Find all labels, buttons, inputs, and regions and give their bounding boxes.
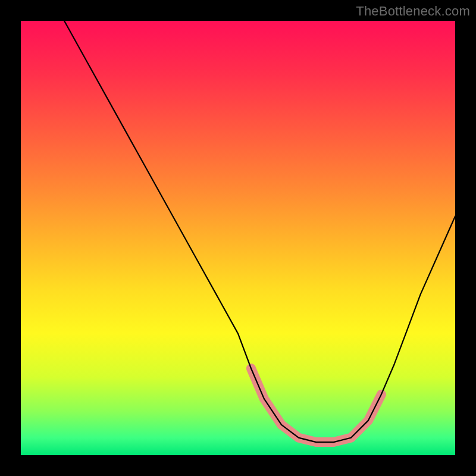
curve-layer: [21, 21, 455, 455]
watermark-label: TheBottleneck.com: [356, 4, 470, 19]
highlight-band: [251, 368, 381, 442]
plot-area: [21, 21, 455, 455]
chart-stage: TheBottleneck.com: [0, 0, 476, 476]
